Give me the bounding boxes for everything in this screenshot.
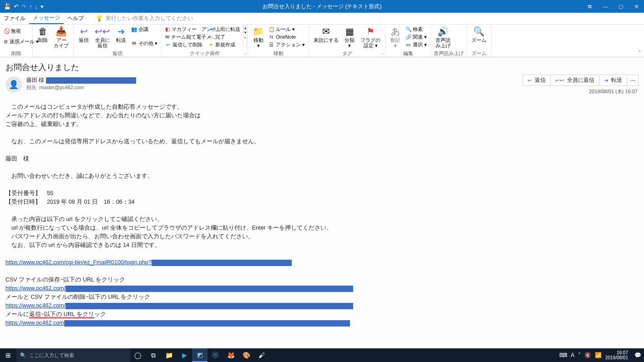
select-button[interactable]: ▭選択 ▾ bbox=[405, 41, 428, 48]
group-junk: 🚫無視 ⊘迷惑メール ▾ 削除 bbox=[0, 25, 33, 57]
app-icon-1[interactable]: 🎨 bbox=[238, 348, 254, 362]
find-button[interactable]: 🔍検索 bbox=[405, 25, 428, 33]
rules-button[interactable]: 📋ルール ▾ bbox=[268, 25, 306, 33]
window-restore-icon[interactable]: ⧉ bbox=[582, 0, 598, 13]
tray-keyboard-icon[interactable]: ⌨ bbox=[559, 352, 567, 358]
tab-message[interactable]: メッセージ bbox=[29, 13, 64, 24]
group-speech-label: 音声読み上げ bbox=[434, 50, 464, 57]
unread-button[interactable]: ✉未読にする bbox=[312, 25, 340, 44]
taskbar-clock[interactable]: 16:07 2019/08/01 bbox=[605, 350, 628, 360]
group-respond: ↩返信 ↩↩全員に 返信 ➜転送 👥会議 ✉その他 ▾ 返信 bbox=[74, 25, 162, 57]
quick-d[interactable]: ➜上司に転送 bbox=[207, 25, 241, 33]
avatar: 👤 bbox=[5, 76, 22, 93]
link-3[interactable]: https://www.pc462.com/ bbox=[5, 302, 66, 309]
tell-me[interactable]: 💡 実行したい作業を入力してください bbox=[96, 15, 193, 22]
ie-icon[interactable]: ⓔ bbox=[208, 348, 223, 362]
tray-ime-icon[interactable]: A bbox=[571, 352, 574, 358]
quick-f[interactable]: ✦新規作成 bbox=[207, 41, 241, 48]
speech-button[interactable]: 🔊音声読 み上げ bbox=[434, 25, 452, 49]
delete-button[interactable]: 🗑削除 bbox=[35, 25, 50, 44]
qa-undo-icon[interactable]: ↶ bbox=[14, 3, 19, 10]
ignore-button[interactable]: 🚫無視 bbox=[3, 27, 30, 35]
tray-notifications-icon[interactable]: 💬 bbox=[634, 352, 641, 358]
start-button[interactable]: ⊞ bbox=[0, 348, 16, 362]
quick-expand-icon[interactable]: ⌄ bbox=[243, 35, 247, 39]
from-name: 藤田 様 bbox=[26, 76, 44, 84]
explorer-icon[interactable]: 📁 bbox=[161, 348, 177, 362]
header-forward-button[interactable]: ➜転送 bbox=[599, 75, 627, 86]
flag-button[interactable]: ⚑フラグの 設定 ▾ bbox=[359, 25, 382, 49]
message-subject: お問合せ入りました bbox=[5, 62, 639, 73]
group-respond-label: 返信 bbox=[76, 50, 158, 57]
meeting-button[interactable]: 👥会議 bbox=[130, 25, 158, 33]
from-line: 藤田 様 bbox=[26, 76, 136, 84]
tab-help[interactable]: ヘルプ bbox=[64, 13, 87, 24]
junk-button[interactable]: ⊘迷惑メール ▾ bbox=[3, 38, 30, 45]
qa-redo-icon[interactable]: ↷ bbox=[21, 3, 26, 10]
forward-button[interactable]: ➜転送 bbox=[114, 25, 128, 44]
quick-b[interactable]: ✉チーム宛て電子メ… bbox=[164, 33, 205, 40]
quick-a[interactable]: ◧マカフィー アンチ… bbox=[164, 25, 205, 33]
ribbon: 🚫無視 ⊘迷惑メール ▾ 削除 🗑削除 📥アー カイブ ↩返信 ↩↩全員に 返信… bbox=[0, 25, 644, 57]
message-body[interactable]: このメールはコンピュータが作成した自動応答メッセージです。 メールアドレスの打ち… bbox=[5, 103, 639, 327]
group-zoom: 🔍ズーム ズーム bbox=[467, 25, 492, 57]
window-title: お問合せ入りました - メッセージ (テキスト形式) bbox=[263, 3, 382, 10]
link-4[interactable]: https://www.pc462.com bbox=[5, 320, 64, 326]
ribbon-collapse-icon[interactable]: ˄ bbox=[639, 50, 641, 56]
tray-up-icon[interactable]: ˄ bbox=[578, 352, 581, 358]
quick-c[interactable]: ↩返信して削除 bbox=[164, 41, 205, 48]
related-button[interactable]: 🔗関連 ▾ bbox=[405, 33, 428, 40]
quick-dialog-icon[interactable]: ⌐ bbox=[244, 51, 247, 56]
qa-more-icon[interactable]: ▾ bbox=[41, 3, 44, 10]
taskbar-search[interactable]: 🔍 ここに入力して検索 bbox=[16, 348, 130, 362]
header-reply-all-button[interactable]: ↩↩全員に返信 bbox=[551, 75, 599, 86]
reply-line: メールに返信−以下の URL をクリック bbox=[5, 311, 106, 318]
quick-up-icon[interactable]: ▴ bbox=[243, 26, 247, 30]
app-icon-2[interactable]: 🖌 bbox=[254, 348, 269, 362]
header-reply-button[interactable]: ↩返信 bbox=[522, 75, 551, 86]
window-minimize-icon[interactable]: — bbox=[598, 0, 613, 13]
translate-button[interactable]: あ翻訳 ▾ bbox=[388, 25, 403, 49]
categorize-button[interactable]: ▦分類 ▾ bbox=[342, 25, 357, 49]
link-2[interactable]: https://www.pc462.com/ bbox=[5, 285, 66, 292]
reply-all-button[interactable]: ↩↩全員に 返信 bbox=[93, 25, 112, 49]
group-tags: ✉未読にする ▦分類 ▾ ⚑フラグの 設定 ▾ タグ ⌐ bbox=[309, 25, 385, 57]
tray-volume-icon[interactable]: 🔇 bbox=[584, 352, 591, 358]
actions-button[interactable]: ☰アクション ▾ bbox=[268, 41, 306, 48]
taskbar: ⊞ 🔍 ここに入力して検索 ◯ ⧉ 📁 ▶ ◩ ⓔ 🦊 🎨 🖌 ⌨ A ˄ 🔇 … bbox=[0, 348, 644, 362]
search-icon: 🔍 bbox=[20, 352, 26, 358]
to-line: 宛先 master@pc462.com bbox=[26, 84, 136, 91]
qa-up-icon[interactable]: ↑ bbox=[29, 3, 32, 10]
archive-button[interactable]: 📥アー カイブ bbox=[52, 25, 71, 49]
more-respond-button[interactable]: ✉その他 ▾ bbox=[130, 40, 158, 47]
zoom-button[interactable]: 🔍ズーム bbox=[470, 25, 488, 44]
outlook-icon[interactable]: ◩ bbox=[192, 348, 208, 362]
qa-down-icon[interactable]: ↓ bbox=[35, 3, 38, 10]
tab-file[interactable]: ファイル bbox=[0, 13, 29, 24]
firefox-icon[interactable]: 🦊 bbox=[223, 348, 238, 362]
window-close-icon[interactable]: ✕ bbox=[629, 0, 644, 13]
onenote-button[interactable]: NOneNote bbox=[268, 33, 306, 40]
media-icon[interactable]: ▶ bbox=[177, 348, 192, 362]
window-maximize-icon[interactable]: ▢ bbox=[613, 0, 629, 13]
tags-dialog-icon[interactable]: ⌐ bbox=[382, 51, 384, 56]
link-1[interactable]: https://www.pc462.com/cgi-bin/ez_FmailR0… bbox=[5, 259, 152, 266]
tray-wifi-icon[interactable]: 📶 bbox=[595, 352, 602, 358]
quick-e[interactable]: ✓完了 bbox=[207, 33, 241, 40]
group-delete: 🗑削除 📥アー カイブ bbox=[33, 25, 74, 57]
task-view-icon[interactable]: ⧉ bbox=[146, 348, 161, 362]
group-edit: あ翻訳 ▾ 🔍検索 🔗関連 ▾ ▭選択 ▾ 編集 bbox=[385, 25, 431, 57]
group-edit-label: 編集 bbox=[388, 50, 428, 57]
cortana-icon[interactable]: ◯ bbox=[130, 348, 146, 362]
group-quick: ◧マカフィー アンチ… ✉チーム宛て電子メ… ↩返信して削除 ➜上司に転送 ✓完… bbox=[162, 25, 248, 57]
group-move: 📁移動 ▾ 📋ルール ▾ NOneNote ☰アクション ▾ 移動 bbox=[248, 25, 309, 57]
menu-bar: ファイル メッセージ ヘルプ 💡 実行したい作業を入力してください bbox=[0, 13, 644, 25]
group-zoom-label: ズーム bbox=[470, 50, 488, 57]
qa-save-icon[interactable]: 💾 bbox=[4, 3, 11, 10]
quick-down-icon[interactable]: ▾ bbox=[243, 30, 247, 35]
group-quick-label: クイック操作 bbox=[164, 50, 245, 57]
from-redacted bbox=[46, 77, 136, 84]
reply-button[interactable]: ↩返信 bbox=[76, 25, 91, 44]
move-button[interactable]: 📁移動 ▾ bbox=[251, 25, 266, 49]
header-more-button[interactable]: ⋯ bbox=[627, 75, 639, 86]
